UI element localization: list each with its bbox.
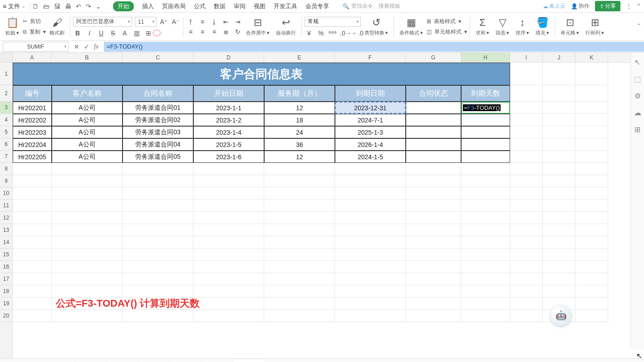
cell[interactable] — [461, 273, 510, 285]
row-header-4[interactable]: 4 — [0, 114, 12, 126]
cell[interactable] — [510, 310, 543, 322]
fill-color-button[interactable]: ▥ — [132, 29, 141, 37]
cell[interactable] — [52, 261, 123, 273]
cell[interactable] — [335, 224, 406, 236]
table-cell[interactable]: 2026-1-4 — [335, 138, 406, 151]
hamburger-icon[interactable]: ≡ — [3, 3, 6, 10]
cell[interactable] — [510, 273, 543, 285]
table-header[interactable]: 客户名称 — [52, 85, 123, 102]
cell[interactable] — [193, 261, 264, 273]
cell[interactable] — [575, 285, 608, 298]
justify-icon[interactable]: ≣ — [221, 28, 231, 35]
table-header[interactable]: 编号 — [13, 85, 52, 102]
tab-review[interactable]: 审阅 — [234, 2, 246, 10]
cell[interactable] — [123, 273, 193, 285]
cell[interactable] — [543, 102, 575, 114]
cell[interactable] — [543, 285, 575, 298]
ribbon-collapse-icon[interactable]: ⌃ — [637, 23, 641, 29]
cell[interactable] — [335, 261, 406, 273]
cell[interactable] — [543, 224, 575, 236]
cell-style-button[interactable]: ◫单元格样式▾ — [427, 28, 467, 36]
kebab-icon[interactable]: ⋮ — [626, 3, 632, 10]
merge-center[interactable]: ⊟ 合并居中▾ — [243, 14, 272, 39]
cell[interactable] — [264, 273, 335, 285]
cell[interactable] — [406, 273, 461, 285]
cell[interactable] — [123, 163, 193, 175]
cell[interactable] — [335, 249, 406, 261]
tab-view[interactable]: 视图 — [254, 2, 265, 10]
cell[interactable] — [193, 212, 264, 224]
currency-icon[interactable]: ¥ — [305, 29, 314, 37]
cell[interactable] — [461, 212, 510, 224]
table-cell[interactable]: 18 — [264, 114, 335, 126]
cell[interactable] — [52, 285, 123, 298]
cell[interactable] — [264, 200, 335, 212]
row-header-5[interactable]: 5 — [0, 126, 12, 138]
decrease-font-icon[interactable]: A⁻ — [171, 18, 180, 25]
table-cell[interactable]: 劳务派遣合同03 — [123, 126, 193, 138]
cell[interactable] — [461, 310, 510, 322]
cell[interactable] — [543, 261, 575, 273]
cell[interactable] — [13, 187, 52, 200]
row-header-8[interactable]: 8 — [0, 163, 12, 175]
filter-button[interactable]: ▽筛选▾ — [493, 14, 512, 39]
cell[interactable] — [52, 187, 123, 200]
cell[interactable] — [575, 85, 608, 102]
table-cell[interactable]: 劳务派遣合同05 — [123, 151, 193, 163]
cell[interactable] — [52, 212, 123, 224]
fill-button[interactable]: 🪣填充▾ — [533, 14, 552, 39]
cell[interactable] — [510, 212, 543, 224]
cell[interactable] — [193, 175, 264, 187]
row-header-9[interactable]: 9 — [0, 175, 12, 187]
table-header[interactable]: 合同状态 — [406, 85, 461, 102]
row-header-13[interactable]: 13 — [0, 224, 12, 236]
command-search[interactable]: 🔍 查找命令、搜索模板 — [343, 2, 400, 10]
settings-icon[interactable]: ⚙ — [634, 92, 641, 100]
table-cell[interactable] — [461, 151, 510, 163]
format-painter[interactable]: 🖌 格式刷 — [47, 14, 67, 39]
cell[interactable] — [510, 85, 543, 102]
cell[interactable] — [123, 187, 193, 200]
table-cell[interactable]: 24 — [264, 126, 335, 138]
cell[interactable] — [335, 273, 406, 285]
name-box[interactable]: SUMIF▾ — [3, 42, 69, 52]
cell[interactable] — [13, 212, 52, 224]
cell[interactable] — [575, 200, 608, 212]
cell[interactable] — [575, 212, 608, 224]
cell[interactable] — [461, 249, 510, 261]
cursor-icon[interactable]: ↖ — [634, 58, 640, 67]
cell[interactable] — [510, 102, 543, 114]
cell[interactable] — [52, 175, 123, 187]
col-header-A[interactable]: A — [13, 53, 52, 62]
cell[interactable] — [543, 63, 575, 85]
cell[interactable] — [575, 310, 608, 322]
cell[interactable] — [510, 249, 543, 261]
cell[interactable] — [575, 163, 608, 175]
cell[interactable] — [52, 236, 123, 249]
font-color-button[interactable]: A — [120, 29, 129, 37]
cell[interactable] — [575, 298, 608, 310]
align-center-icon[interactable]: ≡ — [198, 28, 207, 35]
cell[interactable] — [510, 187, 543, 200]
table-header[interactable]: 到期日期 — [335, 85, 406, 102]
cell[interactable] — [13, 298, 52, 310]
cell[interactable] — [264, 261, 335, 273]
cell[interactable] — [543, 114, 575, 126]
cell[interactable] — [510, 200, 543, 212]
increase-font-icon[interactable]: A⁺ — [159, 18, 168, 25]
cell[interactable] — [575, 138, 608, 151]
cell[interactable] — [543, 85, 575, 102]
conditional-format[interactable]: ▦ 条件格式▾ — [397, 14, 426, 39]
cell[interactable] — [13, 249, 52, 261]
cell[interactable] — [123, 261, 193, 273]
table-cell[interactable]: 2023-1-1 — [193, 102, 264, 114]
share-button[interactable]: ⇪分享 — [595, 1, 620, 11]
rowcol-button[interactable]: ⊞行和列▾ — [583, 14, 607, 39]
table-style-button[interactable]: ⊞表格样式▾ — [427, 18, 467, 25]
select-all-corner[interactable] — [0, 53, 12, 63]
cell[interactable] — [264, 224, 335, 236]
align-left-icon[interactable]: ≡ — [186, 28, 195, 35]
cell[interactable] — [406, 163, 461, 175]
cell[interactable] — [123, 249, 193, 261]
collab-button[interactable]: 👤协作 — [571, 2, 590, 10]
